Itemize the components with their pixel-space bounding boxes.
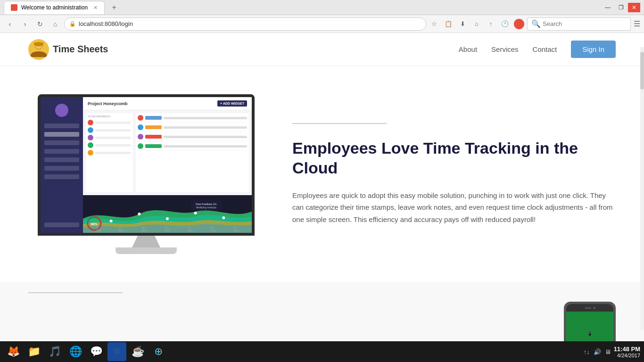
activity-avatar [138, 115, 143, 121]
hero-description: Employees are quick to adopt this easy m… [292, 189, 616, 226]
team-avatar [88, 135, 93, 140]
dashboard-body: TEAM MEMBERS [83, 110, 252, 195]
dashboard-main: Project Honeycomb + ADD WIDGET TEAM MEMB… [83, 97, 252, 233]
team-row [88, 120, 131, 125]
browser-toolbar: ‹ › ↻ ⌂ 🔒 ☆ 📋 ⬇ ⌂ ↑ 🕐 🔍 ☰ [0, 15, 644, 33]
svg-point-10 [110, 220, 113, 222]
nav-contact[interactable]: Contact [533, 45, 557, 53]
taskbar: 🦊 📁 🎵 🌐 💬 W ☕ ⊕ ↑↓ 🔊 🖥 11:48 PM 4/24/201… [0, 341, 644, 344]
sidebar-item [44, 149, 79, 154]
project-title: Project Honeycomb [88, 101, 128, 106]
monitor-neck [132, 236, 160, 247]
add-widget-button: + ADD WIDGET [217, 100, 247, 107]
home-toolbar-icon[interactable]: ⌂ [471, 19, 482, 29]
pocket-icon[interactable]: 📋 [443, 19, 454, 29]
reload-button[interactable]: ↻ [34, 18, 46, 30]
team-row [88, 150, 131, 156]
team-name-line [95, 137, 131, 139]
menu-button[interactable]: ☰ [634, 19, 640, 28]
dashboard-header: Project Honeycomb + ADD WIDGET [83, 97, 252, 110]
sidebar-avatar [55, 104, 68, 117]
team-row [88, 135, 131, 140]
home-button[interactable]: ⌂ [49, 18, 61, 30]
minimize-button[interactable]: — [602, 3, 614, 12]
svg-text:Client Feedback 10+: Client Feedback 10+ [196, 203, 217, 206]
page-content: Time Sheets About Services Contact Sign … [0, 33, 644, 344]
svg-text:80%: 80% [91, 222, 98, 226]
activity-tag [145, 144, 162, 148]
team-row [88, 127, 131, 133]
activity-line [164, 117, 247, 119]
taskbar-skype[interactable]: 💬 [87, 342, 106, 344]
new-tab-button[interactable]: + [108, 2, 120, 13]
brand-avatar [28, 39, 49, 60]
team-name-line [95, 152, 131, 154]
nav-links: About Services Contact Sign In [459, 41, 616, 58]
back-button[interactable]: ‹ [4, 18, 16, 30]
taskbar-chrome[interactable]: 🌐 [66, 342, 85, 344]
team-name-line [95, 144, 131, 147]
nav-about[interactable]: About [459, 45, 477, 53]
lock-icon: 🔒 [69, 21, 76, 27]
brand-name: Time Sheets [53, 44, 108, 55]
dashboard-mockup: Project Honeycomb + ADD WIDGET TEAM MEMB… [41, 97, 252, 233]
browser-tab[interactable]: Welcome to administration ✕ [4, 1, 105, 14]
hero-divider [292, 123, 387, 124]
team-row [88, 142, 131, 148]
team-avatar [88, 120, 93, 125]
sidebar-item [44, 123, 79, 128]
scrollbar[interactable] [640, 47, 644, 330]
search-input[interactable] [543, 20, 627, 27]
phone-mockup: 📱 [564, 302, 616, 344]
forward-button[interactable]: › [19, 18, 31, 30]
activity-line [164, 136, 247, 138]
close-button[interactable]: ✕ [628, 3, 640, 12]
history-icon[interactable]: 🕐 [500, 19, 510, 29]
activity-avatar [138, 124, 143, 130]
team-name-line [95, 122, 131, 124]
sidebar-item [44, 157, 79, 162]
taskbar-audio[interactable]: 🎵 [45, 342, 64, 344]
taskbar-java[interactable]: ☕ [128, 342, 147, 344]
svg-point-11 [138, 213, 140, 215]
tab-title: Welcome to administration [21, 4, 88, 11]
taskbar-word[interactable]: W [107, 342, 126, 344]
team-avatar [88, 127, 93, 133]
bookmark-star-icon[interactable]: ☆ [429, 19, 439, 29]
taskbar-app[interactable]: ⊕ [149, 342, 168, 344]
team-label: TEAM MEMBERS [88, 115, 131, 118]
svg-point-12 [166, 217, 169, 220]
firefox-avatar[interactable] [514, 19, 524, 29]
nav-services[interactable]: Services [491, 45, 519, 53]
address-bar[interactable] [79, 20, 421, 27]
sidebar-item [44, 174, 79, 179]
download-icon[interactable]: ⬇ [457, 19, 468, 29]
hero-section: Project Honeycomb + ADD WIDGET TEAM MEMB… [0, 66, 644, 282]
hero-title: Employees Love Time Tracking in the Clou… [292, 138, 616, 178]
monitor-base [38, 236, 255, 254]
browser-titlebar: Welcome to administration ✕ + — ❐ ✕ [0, 0, 644, 15]
tab-close-button[interactable]: ✕ [93, 5, 98, 11]
monitor-screen: Project Honeycomb + ADD WIDGET TEAM MEMB… [38, 94, 255, 236]
svg-text:Modifying mockups: Modifying mockups [196, 206, 216, 209]
hero-text-section: Employees Love Time Tracking in the Clou… [292, 123, 616, 226]
search-bar-container: 🔍 [527, 17, 631, 31]
browser-window: Welcome to administration ✕ + — ❐ ✕ ‹ › … [0, 0, 644, 344]
footer-divider-wrapper [28, 292, 123, 303]
activity-row [138, 124, 247, 132]
sidebar-item [44, 166, 79, 171]
activity-line [164, 126, 247, 129]
scrollbar-thumb[interactable] [640, 52, 644, 90]
taskbar-folder[interactable]: 📁 [25, 342, 43, 344]
team-panel: TEAM MEMBERS [86, 113, 133, 192]
chart-area: 80% Client Feedback 10+ Modifying mockup… [83, 195, 252, 233]
activity-avatar [138, 143, 143, 149]
taskbar-firefox[interactable]: 🦊 [4, 342, 23, 344]
site-navbar: Time Sheets About Services Contact Sign … [0, 33, 644, 66]
maximize-button[interactable]: ❐ [615, 3, 627, 12]
sync-icon[interactable]: ↑ [486, 19, 496, 29]
svg-rect-3 [34, 42, 43, 45]
brand-link[interactable]: Time Sheets [28, 39, 108, 60]
activity-row [138, 143, 247, 151]
signin-button[interactable]: Sign In [571, 41, 616, 58]
